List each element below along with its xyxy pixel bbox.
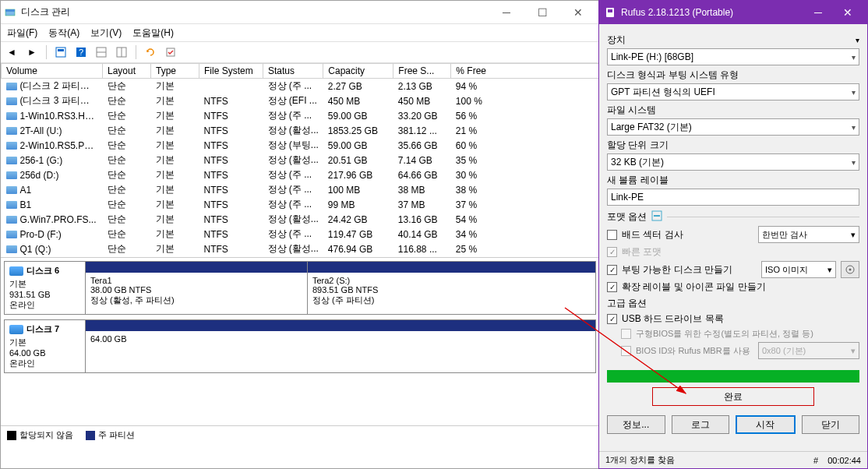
dm-title: 디스크 관리	[21, 5, 489, 19]
minimize-button[interactable]: ─	[489, 2, 524, 23]
rufus-mbr-checkbox	[621, 346, 631, 356]
bad-passes-select[interactable]: 한번만 검사▾	[758, 226, 859, 243]
device-select[interactable]: Link-PE (H:) [68GB]▾	[607, 48, 859, 65]
rufus-statusbar: 1개의 장치를 찾음 # 00:02:44	[599, 451, 867, 468]
format-options-label: 포맷 옵션	[607, 210, 647, 224]
table-row[interactable]: A1단순기본NTFS정상 (주 ...100 MB38 MB38 %	[2, 182, 599, 197]
rufus-icon	[604, 6, 616, 19]
menu-help[interactable]: 도움말(H)	[132, 26, 174, 40]
toolbar-btn-4[interactable]	[114, 44, 129, 60]
disk-partition[interactable]: Tera138.00 GB NTFS정상 (활성, 주 파티션)	[86, 262, 308, 314]
dm-legend: 할당되지 않음 주 파티션	[1, 425, 599, 444]
close-button[interactable]: ✕	[560, 2, 596, 23]
legend-primary: 주 파티션	[98, 430, 135, 439]
about-button[interactable]: 정보...	[607, 415, 665, 434]
col-layout[interactable]: Layout	[103, 64, 151, 79]
log-button[interactable]: 로그	[672, 415, 730, 434]
volume-table[interactable]: Volume Layout Type File System Status Ca…	[1, 63, 599, 258]
disk-partition[interactable]: Tera2 (S:)893.51 GB NTFS정상 (주 파티션)	[308, 262, 595, 314]
col-capacity[interactable]: Capacity	[323, 64, 393, 79]
table-row[interactable]: Recovery단순기본NTFS정상 (OE...550 MB142 MB26 …	[2, 256, 599, 258]
partition-select[interactable]: GPT 파티션 형식의 UEFI▾	[607, 83, 859, 100]
rufus-window: Rufus 2.18.1213 (Portable) ─ ✕ 장치▾ Link-…	[598, 0, 868, 469]
statusbar-hash[interactable]: #	[813, 456, 818, 465]
old-bios-checkbox	[621, 329, 631, 339]
col-type[interactable]: Type	[151, 64, 199, 79]
svg-rect-12	[608, 9, 612, 12]
maximize-button[interactable]: ☐	[524, 2, 560, 23]
col-pctfree[interactable]: % Free	[451, 64, 599, 79]
advanced-label: 고급 옵션	[607, 297, 859, 310]
vollabel-label: 새 볼륨 레이블	[607, 174, 669, 187]
col-fs[interactable]: File System	[199, 64, 263, 79]
create-boot-label: 부팅 가능한 디스크 만들기	[622, 263, 757, 277]
col-volume[interactable]: Volume	[2, 64, 103, 79]
toolbar-btn-6[interactable]	[163, 44, 178, 60]
refresh-button[interactable]	[143, 44, 158, 60]
start-button[interactable]: 시작	[736, 415, 796, 434]
create-boot-checkbox[interactable]	[607, 265, 617, 275]
iso-browse-button[interactable]	[841, 261, 859, 278]
partition-label: 디스크 형식과 부팅 시스템 유형	[607, 69, 739, 82]
old-bios-label: 구형BIOS를 위한 수정(별도의 파티션, 정렬 등)	[636, 328, 813, 340]
disk-row[interactable]: 디스크 6기본931.51 GB온라인Tera138.00 GB NTFS정상 …	[4, 261, 596, 315]
dm-toolbar: ◄ ► ?	[1, 41, 599, 63]
progress-bar	[607, 370, 859, 383]
dm-menubar: 파일(F) 동작(A) 보기(V) 도움말(H)	[1, 24, 599, 41]
rufus-titlebar[interactable]: Rufus 2.18.1213 (Portable) ─ ✕	[599, 1, 867, 24]
disk-graphical-pane[interactable]: 디스크 6기본931.51 GB온라인Tera138.00 GB NTFS정상 …	[1, 258, 599, 425]
device-settings-icon[interactable]: ▾	[856, 36, 859, 44]
col-status[interactable]: Status	[263, 64, 323, 79]
rufus-close-button[interactable]: ✕	[833, 2, 863, 23]
table-row[interactable]: 1-Win10.RS3.Ho...단순기본NTFS정상 (주 ...59.00 …	[2, 108, 599, 123]
table-row[interactable]: 256d (D:)단순기본NTFS정상 (주 ...217.96 GB64.66…	[2, 168, 599, 182]
status-box: 완료	[652, 387, 814, 406]
table-row[interactable]: Q1 (Q:)단순기본NTFS정상 (활성...476.94 GB116.88 …	[2, 242, 599, 256]
table-row[interactable]: 2T-All (U:)단순기본NTFS정상 (활성...1853.25 GB38…	[2, 123, 599, 138]
quick-format-checkbox	[607, 247, 617, 257]
table-row[interactable]: Pro-D (F:)단순기본NTFS정상 (주 ...119.47 GB40.1…	[2, 227, 599, 242]
format-options-toggle-icon[interactable]	[651, 210, 662, 224]
create-ext-label: 확장 레이블 및 아이콘 파일 만들기	[622, 280, 766, 294]
menu-action[interactable]: 동작(A)	[48, 26, 79, 40]
disk-management-window: 디스크 관리 ─ ☐ ✕ 파일(F) 동작(A) 보기(V) 도움말(H) ◄ …	[0, 0, 600, 469]
rufus-minimize-button[interactable]: ─	[803, 2, 833, 23]
menu-file[interactable]: 파일(F)	[7, 26, 37, 40]
disk-partition[interactable]: 64.00 GB	[86, 320, 595, 372]
help-button[interactable]: ?	[73, 44, 89, 60]
list-usb-label: USB 하드 드라이브 목록	[622, 312, 724, 326]
cluster-label: 할당 단위 크기	[607, 139, 669, 152]
table-row[interactable]: G.Win7.PRO.FS...단순기본NTFS정상 (활성...24.42 G…	[2, 212, 599, 227]
close-button[interactable]: 닫기	[802, 415, 860, 434]
disk-row[interactable]: 디스크 7기본64.00 GB온라인64.00 GB	[4, 319, 596, 373]
table-header-row: Volume Layout Type File System Status Ca…	[2, 64, 599, 79]
toolbar-btn-1[interactable]	[53, 44, 69, 60]
svg-rect-2	[56, 48, 65, 57]
dm-titlebar[interactable]: 디스크 관리 ─ ☐ ✕	[1, 1, 599, 24]
create-ext-checkbox[interactable]	[607, 282, 617, 292]
boot-type-select[interactable]: ISO 이미지▾	[761, 261, 836, 278]
status-text: 완료	[724, 390, 743, 404]
menu-view[interactable]: 보기(V)	[90, 26, 122, 40]
fs-select[interactable]: Large FAT32 (기본)▾	[607, 118, 859, 136]
rufus-title: Rufus 2.18.1213 (Portable)	[621, 7, 803, 18]
table-row[interactable]: (디스크 3 파티션 2)단순기본NTFS정상 (EFI ...450 MB45…	[2, 93, 599, 108]
list-usb-checkbox[interactable]	[607, 314, 617, 324]
col-free[interactable]: Free S...	[393, 64, 451, 79]
table-row[interactable]: 2-Win10.RS5.PR...단순기본NTFS정상 (부팅...59.00 …	[2, 138, 599, 153]
legend-unalloc: 할당되지 않음	[19, 430, 73, 439]
cluster-select[interactable]: 32 KB (기본)▾	[607, 153, 859, 171]
bad-sector-label: 배드 섹터 검사	[622, 228, 753, 242]
bad-sector-checkbox[interactable]	[607, 230, 617, 240]
forward-button[interactable]: ►	[24, 44, 40, 60]
vollabel-input[interactable]: Link-PE	[607, 189, 859, 206]
svg-rect-3	[58, 49, 64, 51]
table-row[interactable]: (디스크 2 파티션 3)단순기본정상 (주 ...2.27 GB2.13 GB…	[2, 79, 599, 94]
table-row[interactable]: 256-1 (G:)단순기본NTFS정상 (활성...20.51 GB7.14 …	[2, 153, 599, 168]
device-label: 장치	[607, 34, 626, 47]
disk-mgmt-icon	[4, 6, 16, 19]
table-row[interactable]: B1단순기본NTFS정상 (주 ...99 MB37 MB37 %	[2, 197, 599, 212]
mbr-id-select: 0x80 (기본)▾	[758, 342, 859, 359]
back-button[interactable]: ◄	[4, 44, 19, 60]
toolbar-btn-3[interactable]	[94, 44, 109, 60]
